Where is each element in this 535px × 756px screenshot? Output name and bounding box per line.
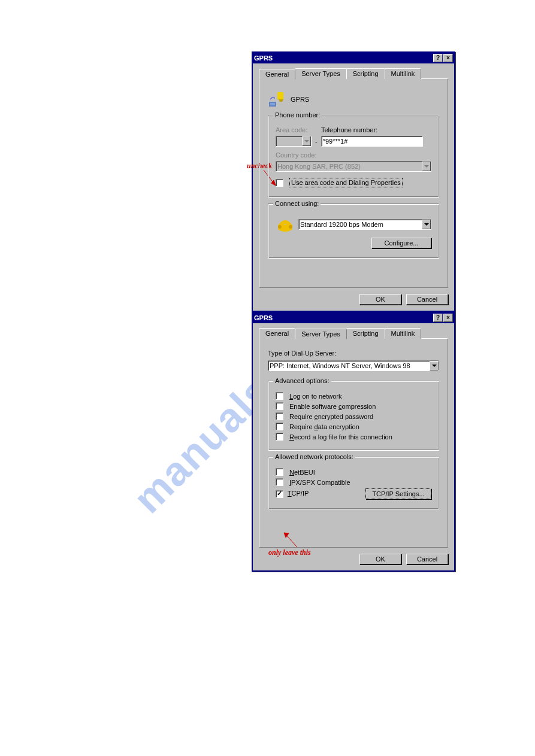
servertype-dropdown-icon[interactable] <box>430 361 439 371</box>
tcpip-checkbox[interactable] <box>276 490 283 498</box>
help-button[interactable]: ? <box>433 54 443 62</box>
close-button[interactable]: × <box>443 54 453 62</box>
typeofserver-label: Type of Dial-Up Server: <box>268 350 439 357</box>
window-title: GPRS <box>254 314 273 321</box>
logfile-label: Record a log file for this connection <box>289 433 392 441</box>
group-adv-label: Advanced options: <box>273 377 331 384</box>
tab-general[interactable]: General <box>259 69 295 80</box>
group-phone-label: Phone number: <box>273 111 322 119</box>
phone-icon <box>276 215 295 234</box>
ok-button[interactable]: OK <box>359 294 401 305</box>
tab-multilink[interactable]: Multilink <box>385 328 422 339</box>
modem-dropdown-icon[interactable] <box>422 220 431 229</box>
configure-button[interactable]: Configure... <box>371 238 431 248</box>
telnum-label: Telephone number: <box>321 126 377 133</box>
tcpip-settings-button[interactable]: TCP/IP Settings... <box>365 488 431 499</box>
dialog-gprs-general: GPRS ? × General Server Types Scripting … <box>252 51 455 312</box>
help-button[interactable]: ? <box>433 314 443 322</box>
netbeui-label: NetBEUI <box>289 469 315 476</box>
ipx-checkbox[interactable] <box>276 478 283 486</box>
svg-point-4 <box>278 225 282 229</box>
group-advanced-options: Advanced options: Log on to network Enab… <box>268 381 439 451</box>
servertype-combo[interactable] <box>268 360 439 371</box>
logon-label: Log on to network <box>289 393 341 400</box>
modem-combo[interactable] <box>298 219 431 230</box>
cancel-button[interactable]: Cancel <box>406 294 448 305</box>
encpw-label: Require encrypted password <box>289 413 373 420</box>
use-areacode-checkbox[interactable] <box>276 179 283 187</box>
annotation-only-leave-this: only leave this <box>268 548 311 557</box>
compression-checkbox[interactable] <box>276 402 283 410</box>
ok-button[interactable]: OK <box>359 554 401 564</box>
countrycode-combo[interactable] <box>276 161 431 172</box>
netbeui-checkbox[interactable] <box>276 468 283 476</box>
dash-separator: - <box>315 138 318 145</box>
use-areacode-label: Use area code and Dialing Properties <box>289 178 403 187</box>
tab-server-types[interactable]: Server Types <box>295 329 347 339</box>
tab-scripting[interactable]: Scripting <box>346 328 385 339</box>
logon-checkbox[interactable] <box>276 392 283 400</box>
connection-name: GPRS <box>291 96 309 103</box>
countrycode-label: Country code: <box>276 151 316 159</box>
tab-server-types[interactable]: Server Types <box>295 68 347 79</box>
cancel-button[interactable]: Cancel <box>406 554 448 564</box>
logfile-checkbox[interactable] <box>276 433 283 441</box>
group-network-protocols: Allowed network protocols: NetBEUI IPX/S… <box>268 457 439 509</box>
titlebar: GPRS ? × <box>253 312 454 323</box>
group-phone-number: Phone number: Area code: Telephone numbe… <box>268 115 439 198</box>
encdata-label: Require data encryption <box>289 423 359 430</box>
group-connect-label: Connect using: <box>273 200 321 207</box>
dialog-gprs-servertypes: GPRS ? × General Server Types Scripting … <box>252 311 455 572</box>
tab-general[interactable]: General <box>259 328 295 339</box>
window-title: GPRS <box>254 54 273 62</box>
tab-scripting[interactable]: Scripting <box>346 68 385 79</box>
encpw-checkbox[interactable] <box>276 412 283 420</box>
compression-label: Enable software compression <box>289 403 376 410</box>
svg-rect-1 <box>270 103 275 105</box>
svg-rect-2 <box>277 92 283 99</box>
group-connect-using: Connect using: Configure... <box>268 204 439 259</box>
svg-point-5 <box>289 225 292 229</box>
encdata-checkbox[interactable] <box>276 423 283 430</box>
areacode-label: Area code: <box>276 126 318 133</box>
ipx-label: IPX/SPX Compatible <box>289 479 350 486</box>
areacode-dropdown-icon <box>302 136 311 146</box>
connection-icon <box>268 90 287 109</box>
tab-multilink[interactable]: Multilink <box>385 68 422 79</box>
titlebar: GPRS ? × <box>253 53 454 63</box>
telnum-input[interactable] <box>321 136 423 147</box>
countrycode-dropdown-icon <box>422 162 431 171</box>
tcpip-label: TCP/IP <box>288 490 309 497</box>
close-button[interactable]: × <box>443 314 453 322</box>
group-proto-label: Allowed network protocols: <box>273 453 355 460</box>
